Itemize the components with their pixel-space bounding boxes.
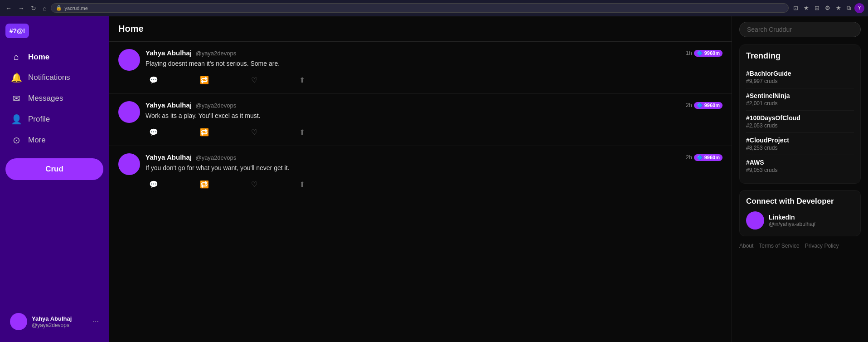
trending-widget: Trending #BachlorGuide #9,997 cruds #Sen… [739,44,861,184]
tweet-avatar-3 [118,153,140,175]
tweet-time-2: 2h [686,102,692,108]
trend-item-1[interactable]: #SentinelNinja #2,001 cruds [746,88,854,111]
connect-title: Connect with Developer [746,197,854,206]
tweet-card-2[interactable]: Yahya Abulhaj @yaya2devops 2h 🔷 9960m Wo… [109,94,732,146]
tweet-card-1[interactable]: Yahya Abulhaj @yaya2devops 1h 🔷 9960m Pl… [109,42,732,94]
trend-tag-1: #SentinelNinja [746,92,854,99]
sidebar-item-profile[interactable]: 👤 Profile [5,109,103,129]
tweet-points-2: 🔷 9960m [694,102,723,109]
back-button[interactable]: ← [4,4,14,13]
browser-user-avatar[interactable]: Y [854,3,864,13]
footer-link-terms[interactable]: Terms of Service [759,243,799,249]
tweet-author-2: Yahya Abulhaj @yaya2devops [145,101,236,109]
sidebar-logo[interactable]: #?@! [5,24,29,38]
forward-button[interactable]: → [16,4,26,13]
tweet-comment-btn-2[interactable]: 💬 [145,126,162,138]
browser-actions: ⊡ ★ ⊞ ⚙ ★ ⧉ Y [791,3,864,13]
trend-item-0[interactable]: #BachlorGuide #9,997 cruds [746,66,854,88]
tweet-retweet-btn-3[interactable]: 🔁 [196,178,213,191]
tweet-actions-3: 💬 🔁 ♡ ⬆ [145,178,309,191]
tweet-like-btn-3[interactable]: ♡ [247,178,261,191]
trend-count-0: #9,997 cruds [746,78,854,84]
tweet-comment-btn-3[interactable]: 💬 [145,178,162,191]
extension-btn-6[interactable]: ⧉ [845,4,853,13]
trend-item-2[interactable]: #100DaysOfCloud #2,053 cruds [746,111,854,133]
tweet-meta-3: 2h 🔷 9960m [686,154,723,161]
tweet-body-3: Yahya Abulhaj @yaya2devops 2h 🔷 9960m If… [145,153,723,191]
footer-link-privacy[interactable]: Privacy Policy [805,243,839,249]
logo-text: #?@! [10,27,25,34]
trend-item-4[interactable]: #AWS #9,053 cruds [746,155,854,177]
messages-icon: ✉ [11,93,22,104]
extension-btn-3[interactable]: ⊞ [813,4,821,12]
url-bar[interactable]: 🔒 yacrud.me [51,3,789,13]
reload-button[interactable]: ↻ [29,4,38,13]
tweet-comment-btn-1[interactable]: 💬 [145,74,162,86]
sidebar-item-home-label: Home [28,53,49,62]
trend-tag-3: #CloudProject [746,137,854,144]
sidebar-user-more-icon[interactable]: ··· [93,318,99,326]
extension-btn-4[interactable]: ⚙ [823,4,832,12]
sidebar-user-info: Yahya Abulhaj @yaya2devops [32,315,88,328]
sidebar-item-messages[interactable]: ✉ Messages [5,88,103,108]
main-feed: Home Yahya Abulhaj @yaya2devops 1h 🔷 996… [109,16,732,342]
connect-widget: Connect with Developer LinkedIn @in/yahy… [739,190,861,236]
tweet-meta-1: 1h 🔷 9960m [686,50,723,57]
sidebar-user-handle: @yaya2devops [32,322,88,328]
tweet-share-btn-3[interactable]: ⬆ [296,178,309,191]
tweet-time-3: 2h [686,154,692,161]
developer-item[interactable]: LinkedIn @in/yahya-abulhaj/ [746,211,854,230]
sidebar-item-profile-label: Profile [28,115,50,124]
tweet-header-1: Yahya Abulhaj @yaya2devops 1h 🔷 9960m [145,49,723,57]
sidebar-item-more[interactable]: ⊙ More [5,130,103,150]
tweet-card-3[interactable]: Yahya Abulhaj @yaya2devops 2h 🔷 9960m If… [109,146,732,198]
tweet-author-name-3: Yahya Abulhaj [145,153,192,161]
trend-tag-4: #AWS [746,159,854,166]
home-icon: ⌂ [11,52,22,62]
sidebar-item-notifications[interactable]: 🔔 Notifications [5,68,103,88]
tweet-author-3: Yahya Abulhaj @yaya2devops [145,153,236,161]
feed-title: Home [118,24,144,34]
browser-chrome: ← → ↻ ⌂ 🔒 yacrud.me ⊡ ★ ⊞ ⚙ ★ ⧉ Y [0,0,868,16]
tweet-points-1: 🔷 9960m [694,50,723,57]
sidebar-item-notifications-label: Notifications [28,73,70,82]
tweet-retweet-btn-1[interactable]: 🔁 [196,74,213,86]
tweet-avatar-2 [118,101,140,123]
trending-title: Trending [746,51,854,61]
tweet-text-3: If you don't go for what you want, you'l… [145,163,723,173]
url-text: yacrud.me [64,5,87,11]
crud-button[interactable]: Crud [5,158,103,180]
tweet-time-1: 1h [686,50,692,56]
extension-btn-5[interactable]: ★ [834,4,843,12]
tweet-like-btn-1[interactable]: ♡ [247,74,261,86]
sidebar-item-home[interactable]: ⌂ Home [5,47,103,67]
trend-item-3[interactable]: #CloudProject #8,253 cruds [746,133,854,155]
tweet-retweet-btn-2[interactable]: 🔁 [196,126,213,138]
tweet-handle-1: @yaya2devops [195,50,236,57]
extension-btn-2[interactable]: ★ [802,4,811,12]
sidebar-item-more-label: More [28,136,46,145]
more-icon: ⊙ [11,135,22,146]
trend-count-2: #2,053 cruds [746,122,854,129]
sidebar-item-messages-label: Messages [28,94,63,103]
lock-icon: 🔒 [56,5,62,11]
extension-btn-1[interactable]: ⊡ [791,4,800,12]
sidebar-nav: ⌂ Home 🔔 Notifications ✉ Messages 👤 Prof… [5,47,103,151]
tweet-share-btn-1[interactable]: ⬆ [296,74,309,86]
footer-link-about[interactable]: About [739,243,753,249]
tweet-header-3: Yahya Abulhaj @yaya2devops 2h 🔷 9960m [145,153,723,161]
tweet-body-1: Yahya Abulhaj @yaya2devops 1h 🔷 9960m Pl… [145,49,723,86]
sidebar-user-avatar [10,313,27,330]
tweet-like-btn-2[interactable]: ♡ [247,126,261,138]
search-input[interactable] [739,22,861,37]
trend-count-3: #8,253 cruds [746,145,854,151]
tweet-handle-3: @yaya2devops [195,154,236,161]
trend-tag-0: #BachlorGuide [746,70,854,77]
notifications-icon: 🔔 [11,72,22,83]
home-button[interactable]: ⌂ [41,4,48,13]
tweet-share-btn-2[interactable]: ⬆ [296,126,309,138]
footer-links: About Terms of Service Privacy Policy [739,243,861,249]
sidebar-user[interactable]: Yahya Abulhaj @yaya2devops ··· [5,308,103,335]
tweet-body-2: Yahya Abulhaj @yaya2devops 2h 🔷 9960m Wo… [145,101,723,138]
sidebar-user-name: Yahya Abulhaj [32,315,88,322]
